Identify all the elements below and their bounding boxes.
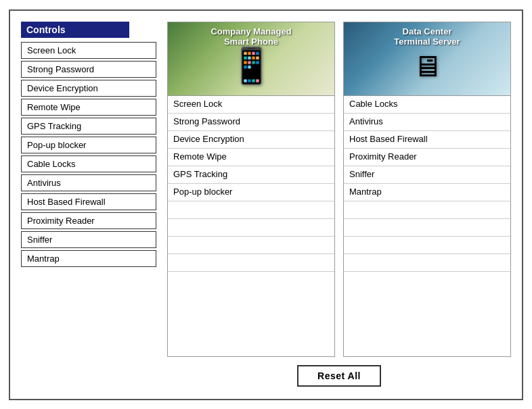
controls-list: Screen LockStrong PasswordDevice Encrypt…: [21, 42, 156, 269]
drop-item: Host Based Firewall: [344, 131, 510, 149]
control-item[interactable]: Host Based Firewall: [21, 193, 156, 210]
controls-header: Controls: [21, 22, 129, 38]
drop-item: [344, 201, 510, 219]
smartphone-drop-zone[interactable]: Screen LockStrong PasswordDevice Encrypt…: [167, 96, 335, 357]
main-container: Controls Screen LockStrong PasswordDevic…: [9, 9, 523, 400]
drop-item: Device Encryption: [168, 131, 334, 149]
drop-item: Proximity Reader: [344, 149, 510, 166]
control-item[interactable]: Antivirus: [21, 174, 156, 191]
phone-icon: 📱: [229, 45, 273, 87]
control-item[interactable]: Strong Password: [21, 61, 156, 78]
control-item[interactable]: Proximity Reader: [21, 212, 156, 229]
control-item[interactable]: Mantrap: [21, 250, 156, 267]
control-item[interactable]: Sniffer: [21, 231, 156, 248]
datacenter-column: Data Center Terminal Server 🖥 Cable Lock…: [343, 22, 511, 357]
control-item[interactable]: Pop-up blocker: [21, 137, 156, 153]
drop-item: Antivirus: [344, 114, 510, 131]
smartphone-title: Company Managed Smart Phone: [168, 26, 334, 47]
drop-item: Sniffer: [344, 166, 510, 184]
drop-item: [168, 254, 334, 272]
smartphone-header: Company Managed Smart Phone 📱: [167, 22, 335, 96]
control-item[interactable]: Cable Locks: [21, 155, 156, 172]
datacenter-title: Data Center Terminal Server: [344, 26, 510, 47]
drop-item: [168, 201, 334, 219]
controls-panel: Controls Screen LockStrong PasswordDevic…: [21, 22, 156, 388]
bottom-row: Reset All: [167, 362, 511, 388]
right-area: Company Managed Smart Phone 📱 Screen Loc…: [167, 22, 511, 388]
control-item[interactable]: Device Encryption: [21, 80, 156, 97]
drop-item: [168, 237, 334, 254]
columns-row: Company Managed Smart Phone 📱 Screen Loc…: [167, 22, 511, 357]
drop-item: [344, 237, 510, 254]
datacenter-header: Data Center Terminal Server 🖥: [343, 22, 511, 96]
drop-item: [168, 272, 334, 289]
drop-item: Screen Lock: [168, 96, 334, 114]
drop-item: Cable Locks: [344, 96, 510, 114]
drop-item: GPS Tracking: [168, 166, 334, 184]
drop-item: [344, 254, 510, 272]
drop-item: Mantrap: [344, 184, 510, 201]
drop-item: Pop-up blocker: [168, 184, 334, 201]
drop-item: [344, 219, 510, 237]
control-item[interactable]: GPS Tracking: [21, 118, 156, 135]
drop-item: Strong Password: [168, 114, 334, 131]
smartphone-column: Company Managed Smart Phone 📱 Screen Loc…: [167, 22, 335, 357]
drop-item: [344, 272, 510, 289]
drop-item: [168, 219, 334, 237]
server-icon: 🖥: [412, 49, 442, 83]
drop-item: Remote Wipe: [168, 149, 334, 166]
datacenter-drop-zone[interactable]: Cable LocksAntivirusHost Based FirewallP…: [343, 96, 511, 357]
control-item[interactable]: Remote Wipe: [21, 99, 156, 116]
control-item[interactable]: Screen Lock: [21, 42, 156, 59]
reset-button[interactable]: Reset All: [297, 365, 381, 387]
